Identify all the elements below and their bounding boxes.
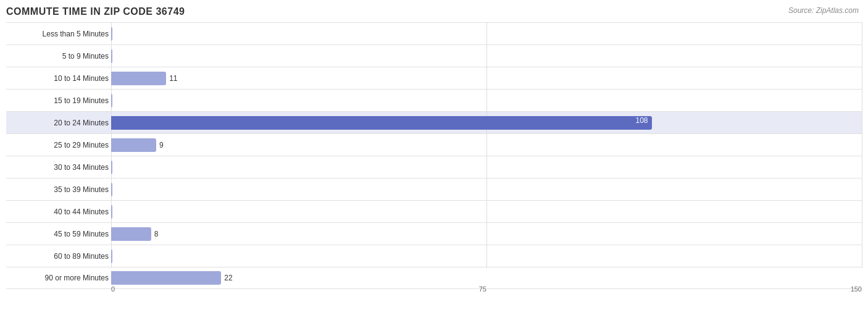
bar-fill: 108 (111, 116, 652, 130)
bar-label: 35 to 39 Minutes (6, 185, 111, 194)
bar-track (111, 94, 862, 107)
bar-row: 10 to 14 Minutes11 (6, 67, 862, 89)
bar-value-inside: 108 (635, 116, 648, 125)
bar-fill (111, 72, 166, 85)
x-axis-tick: 75 (479, 285, 486, 293)
bar-label: 90 or more Minutes (6, 274, 111, 282)
bar-label: 30 to 34 Minutes (6, 163, 111, 172)
bar-fill (111, 27, 112, 41)
bar-track (111, 183, 862, 196)
bar-track (111, 250, 862, 263)
bar-track: 108 (111, 116, 862, 130)
source-label: Source: ZipAtlas.com (788, 6, 859, 15)
bar-fill (111, 161, 112, 174)
bar-track (111, 205, 862, 219)
bar-track (111, 27, 862, 41)
bar-value: 8 (154, 230, 159, 238)
bar-row: Less than 5 Minutes (6, 22, 862, 44)
chart-container: COMMUTE TIME IN ZIP CODE 36749 Source: Z… (0, 0, 868, 323)
bar-fill (111, 227, 151, 241)
bar-track: 11 (111, 72, 862, 85)
bar-row: 20 to 24 Minutes108 (6, 111, 862, 133)
chart-title: COMMUTE TIME IN ZIP CODE 36749 (6, 6, 862, 17)
grid-line (862, 22, 862, 268)
bar-label: 45 to 59 Minutes (6, 230, 111, 238)
bar-fill (111, 183, 112, 196)
bar-label: Less than 5 Minutes (6, 30, 111, 38)
bar-label: 5 to 9 Minutes (6, 52, 111, 61)
bar-label: 60 to 89 Minutes (6, 252, 111, 261)
bar-value: 9 (159, 141, 164, 149)
bar-fill (111, 94, 112, 107)
bar-value: 11 (169, 74, 177, 83)
bar-track (111, 161, 862, 174)
bar-label: 20 to 24 Minutes (6, 119, 111, 127)
x-axis: 075150 (111, 280, 862, 293)
bar-track (111, 49, 862, 63)
bar-row: 40 to 44 Minutes (6, 200, 862, 222)
bar-label: 25 to 29 Minutes (6, 141, 111, 149)
bar-row: 25 to 29 Minutes9 (6, 133, 862, 156)
bar-fill (111, 138, 156, 152)
bar-row: 45 to 59 Minutes8 (6, 222, 862, 245)
bar-fill (111, 205, 112, 219)
bar-row: 30 to 34 Minutes (6, 156, 862, 178)
bar-row: 15 to 19 Minutes (6, 89, 862, 111)
bar-label: 15 to 19 Minutes (6, 96, 111, 105)
bar-row: 35 to 39 Minutes (6, 178, 862, 200)
bar-row: 60 to 89 Minutes (6, 245, 862, 267)
x-axis-tick: 150 (851, 285, 862, 293)
bar-track: 9 (111, 138, 862, 152)
bar-row: 5 to 9 Minutes (6, 44, 862, 67)
bars-section: Less than 5 Minutes5 to 9 Minutes10 to 1… (6, 22, 862, 280)
chart-area: Less than 5 Minutes5 to 9 Minutes10 to 1… (6, 22, 862, 293)
bar-label: 40 to 44 Minutes (6, 208, 111, 216)
bar-track: 8 (111, 227, 862, 241)
bar-fill (111, 250, 112, 263)
bar-label: 10 to 14 Minutes (6, 74, 111, 83)
x-axis-tick: 0 (111, 285, 115, 293)
bar-fill (111, 49, 112, 63)
